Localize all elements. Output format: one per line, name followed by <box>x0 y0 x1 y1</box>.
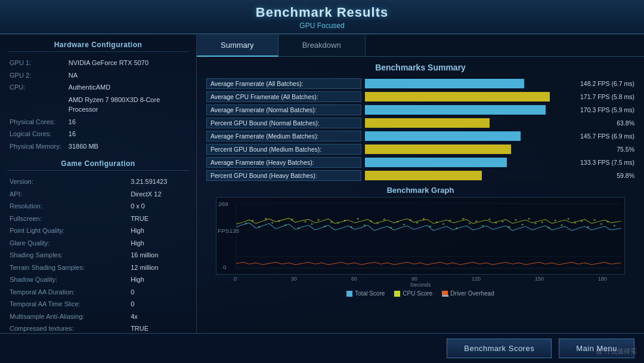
hardware-row: GPU 1:NVIDIA GeForce RTX 5070 <box>7 57 189 69</box>
game-config-row: Point Light Quality:High <box>7 224 189 237</box>
hardware-row: Physical Memory:31860 MB <box>7 140 189 153</box>
bench-value: 75.5% <box>563 146 634 153</box>
gc-value: 0 <box>128 298 189 310</box>
svg-point-15 <box>324 226 326 227</box>
hardware-row: GPU 2:NA <box>7 69 189 82</box>
bench-bar <box>365 105 546 115</box>
bench-label: Percent GPU Bound (Medium Batches): <box>206 144 361 155</box>
svg-point-18 <box>364 224 366 226</box>
header-title: Benchmark Results <box>0 5 644 20</box>
svg-point-42 <box>304 221 306 223</box>
hw-label: Physical Memory: <box>7 140 66 153</box>
legend-cpu-score-icon: ✓ <box>394 291 400 297</box>
bench-row: Average Framerate (Normal Batches): 170.… <box>206 104 634 115</box>
hw-value: NVIDIA GeForce RTX 5070 <box>66 57 189 69</box>
graph-title: Benchmark Graph <box>216 186 625 195</box>
header-subtitle: GPU Focused <box>0 21 644 30</box>
game-config-row: Shadow Quality:High <box>7 273 189 286</box>
right-panel: Summary Breakdown Benchmarks Summary Ave… <box>197 35 644 333</box>
hardware-row: Physical Cores:16 <box>7 116 189 128</box>
bench-row: Percent GPU Bound (Medium Batches): 75.5… <box>206 144 634 155</box>
svg-point-52 <box>436 222 438 223</box>
svg-point-45 <box>343 220 345 222</box>
svg-point-49 <box>397 221 398 223</box>
bench-bar <box>365 131 521 141</box>
gc-label: Multisample Anti-Aliasing: <box>7 310 128 323</box>
svg-point-24 <box>442 223 444 225</box>
game-config-row: Compressed textures:TRUE <box>7 322 189 333</box>
graph-legend: ✓ Total Score ✓ CPU Score ▬ Driver Overh… <box>206 288 634 299</box>
bench-bar-container <box>365 105 559 115</box>
gc-label: Compressed textures: <box>7 322 128 333</box>
left-panel: Hardware Configuration GPU 1:NVIDIA GeFo… <box>0 35 197 333</box>
bench-label: Average Framerate (Medium Batches): <box>206 131 361 141</box>
svg-point-19 <box>377 223 379 224</box>
bench-bar-container <box>365 92 559 101</box>
bench-label: Average CPU Framerate (All Batches): <box>206 91 361 102</box>
svg-point-17 <box>351 226 352 228</box>
gc-label: Temporal AA Duration: <box>7 286 128 299</box>
legend-total-score: ✓ Total Score <box>346 290 385 297</box>
bench-value: 59.8% <box>563 172 634 179</box>
svg-point-58 <box>515 219 516 221</box>
svg-point-13 <box>298 227 299 229</box>
bench-bar-container <box>365 79 559 88</box>
hw-label: Logical Cores: <box>7 128 66 140</box>
svg-point-64 <box>594 219 596 221</box>
legend-total-score-icon: ✓ <box>346 291 352 297</box>
bench-value: 63.8% <box>563 119 634 127</box>
hw-value: AuthenticAMD <box>66 81 189 94</box>
tab-breakdown[interactable]: Breakdown <box>278 35 366 56</box>
svg-point-57 <box>501 221 503 223</box>
gc-value: 4x <box>128 310 189 323</box>
bench-bars: Average Framerate (All Batches): 148.2 F… <box>206 78 634 183</box>
hw-label: GPU 1: <box>7 57 66 69</box>
game-config-row: Multisample Anti-Aliasing:4x <box>7 310 189 323</box>
gc-value: TRUE <box>128 213 189 225</box>
gc-label: Version: <box>7 176 128 188</box>
legend-driver-overhead: ▬ Driver Overhead <box>442 290 494 297</box>
svg-point-31 <box>534 223 536 224</box>
svg-text:FPS135: FPS135 <box>218 228 239 234</box>
hw-value: AMD Ryzen 7 9800X3D 8-Core Processor <box>66 94 189 116</box>
bench-value: 171.7 FPS (5.8 ms) <box>563 93 634 100</box>
gc-label: Glare Quality: <box>7 237 128 250</box>
gc-value: 0 x 0 <box>128 200 189 213</box>
svg-point-25 <box>456 227 457 229</box>
svg-point-37 <box>614 225 615 227</box>
benchmarks-title: Benchmarks Summary <box>206 63 634 72</box>
gc-value: TRUE <box>128 322 189 333</box>
svg-point-50 <box>410 219 411 221</box>
bench-bar <box>365 144 511 154</box>
gc-label: Terrain Shading Samples: <box>7 262 128 274</box>
watermark: 值 什么值得买 <box>596 347 637 356</box>
gc-value: High <box>128 224 189 237</box>
bench-row: Average Framerate (Medium Batches): 145.… <box>206 131 634 141</box>
svg-text:0: 0 <box>223 264 227 270</box>
hw-value: 31860 MB <box>66 140 189 153</box>
bench-row: Percent GPU Bound (Normal Batches): 63.8… <box>206 118 634 128</box>
graph-svg: 269 FPS135 0 <box>216 198 624 274</box>
svg-point-53 <box>449 220 451 222</box>
legend-driver-overhead-label: Driver Overhead <box>450 290 494 297</box>
bench-row: Average Framerate (Heavy Batches): 133.3… <box>206 157 634 168</box>
graph-section: Benchmark Graph 269 <box>206 183 634 288</box>
tab-summary[interactable]: Summary <box>197 35 278 57</box>
bench-value: 170.3 FPS (5.9 ms) <box>563 106 634 113</box>
svg-point-65 <box>607 221 609 223</box>
benchmark-scores-button[interactable]: Benchmark Scores <box>447 339 552 358</box>
hw-value: 16 <box>66 128 189 140</box>
bench-bar-container <box>365 144 559 154</box>
hw-label: Physical Cores: <box>7 116 66 128</box>
gc-label: API: <box>7 188 128 201</box>
svg-point-22 <box>416 222 418 224</box>
svg-point-11 <box>271 222 273 224</box>
svg-point-62 <box>568 218 569 220</box>
graph-container: 269 FPS135 0 <box>216 197 625 275</box>
svg-point-29 <box>508 226 510 228</box>
svg-point-54 <box>462 218 464 220</box>
bench-row: Percent GPU Bound (Heavy Batches): 59.8% <box>206 170 634 181</box>
svg-point-51 <box>423 218 425 220</box>
hw-value: 16 <box>66 116 189 128</box>
game-config-row: Glare Quality:High <box>7 237 189 250</box>
